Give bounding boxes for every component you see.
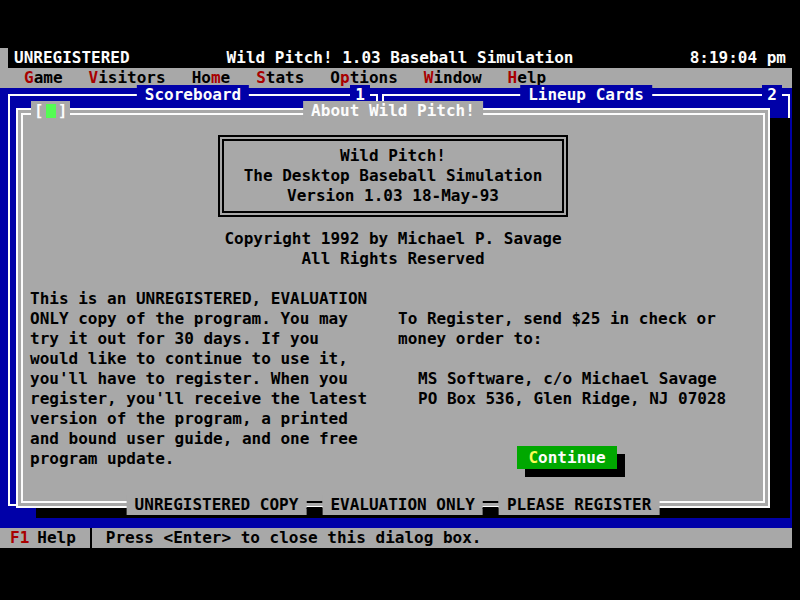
- status-bar: F1 Help Press <Enter> to close this dial…: [0, 528, 792, 548]
- menu-item-game[interactable]: Game: [24, 68, 63, 88]
- menu-item-window[interactable]: Window: [424, 68, 482, 88]
- close-button[interactable]: []: [31, 101, 70, 121]
- lineup-cards-window-title: Lineup Cards: [520, 85, 652, 105]
- status-separator: [90, 528, 92, 548]
- status-message: Press <Enter> to close this dialog box.: [106, 528, 482, 548]
- scoreboard-window-title: Scoreboard: [137, 85, 249, 105]
- footer-evaluation-only: EVALUATION ONLY: [322, 495, 483, 515]
- copyright-text: Copyright 1992 by Michael P. Savage All …: [23, 229, 763, 269]
- title-bar-gutter: [0, 48, 8, 68]
- title-bar: UNREGISTERED Wild Pitch! 1.03 Baseball S…: [8, 48, 792, 68]
- register-instructions: To Register, send $25 in check or money …: [398, 309, 716, 349]
- program-info-box: Wild Pitch! The Desktop Baseball Simulat…: [218, 135, 568, 217]
- evaluation-notice-text: This is an UNREGISTERED, EVALUATION ONLY…: [30, 289, 367, 469]
- register-address: MS Software, c/o Michael Savage PO Box 5…: [418, 369, 726, 409]
- app-title: Wild Pitch! 1.03 Baseball Simulation: [227, 48, 574, 68]
- registration-status: UNREGISTERED: [14, 48, 130, 68]
- double-line-separator-icon: [306, 501, 322, 509]
- menu-item-stats[interactable]: Stats: [256, 68, 304, 88]
- dialog-footer: UNREGISTERED COPY EVALUATION ONLY PLEASE…: [127, 495, 660, 515]
- clock: 8:19:04 pm: [690, 48, 786, 68]
- footer-please-register: PLEASE REGISTER: [499, 495, 660, 515]
- continue-button[interactable]: Continue: [517, 446, 617, 469]
- f1-help-key[interactable]: F1: [10, 528, 29, 548]
- about-dialog: [] About Wild Pitch! Wild Pitch! The Des…: [16, 108, 770, 508]
- close-icon: [46, 104, 56, 118]
- double-line-separator-icon: [483, 501, 499, 509]
- dialog-title: About Wild Pitch!: [303, 101, 483, 121]
- footer-unregistered-copy: UNREGISTERED COPY: [127, 495, 307, 515]
- lineup-cards-window-number: 2: [762, 85, 782, 105]
- desktop: Scoreboard 1 Lineup Cards 2 [] About Wil…: [0, 88, 792, 528]
- f1-help-label[interactable]: Help: [37, 528, 76, 548]
- menu-bar: Game Visitors Home Stats Options Window …: [0, 68, 792, 88]
